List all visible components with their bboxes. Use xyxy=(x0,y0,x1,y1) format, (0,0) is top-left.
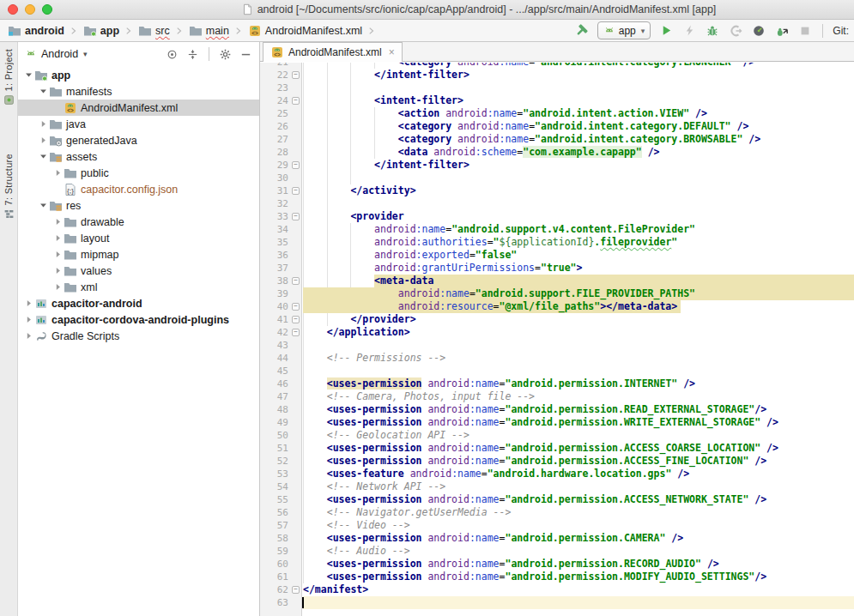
code-line-50[interactable]: <!-- Geolocation API -->50 xyxy=(260,429,854,442)
code-line-60[interactable]: <uses-permission android:name="android.p… xyxy=(260,558,854,571)
fold-marker-icon[interactable]: − xyxy=(292,71,300,79)
code-line-56[interactable]: <!-- Navigator.getUserMedia -->56 xyxy=(260,506,854,519)
collapsed-arrow-icon[interactable] xyxy=(23,331,34,341)
tree-row-res[interactable]: res xyxy=(18,197,259,214)
code-line-32[interactable]: 32 xyxy=(260,197,854,210)
code-line-62[interactable]: </manifest>62− xyxy=(260,583,854,596)
tree-row-public[interactable]: public xyxy=(18,165,259,181)
expanded-arrow-icon[interactable] xyxy=(38,201,49,210)
code-line-23[interactable]: 23 xyxy=(260,82,854,94)
fold-marker-icon[interactable]: − xyxy=(292,303,300,311)
code-line-59[interactable]: <!-- Audio -->59 xyxy=(260,545,854,558)
fold-marker-icon[interactable]: − xyxy=(292,97,300,105)
code-line-44[interactable]: <!-- Permissions -->44 xyxy=(260,352,854,365)
tree-row-xml[interactable]: xml xyxy=(18,279,259,295)
tree-row-capacitor-cordova-android-plugins[interactable]: capacitor-cordova-android-plugins xyxy=(18,311,259,328)
code-line-43[interactable]: 43 xyxy=(260,339,854,352)
zoom-window-button[interactable] xyxy=(42,4,52,15)
fold-marker-icon[interactable]: − xyxy=(292,213,300,220)
code-line-31[interactable]: </activity>31− xyxy=(260,184,854,197)
collapsed-arrow-icon[interactable] xyxy=(52,217,64,226)
code-line-58[interactable]: <uses-permission android:name="android.p… xyxy=(260,532,854,545)
code-line-37[interactable]: android:grantUriPermissions="true">37 xyxy=(260,262,854,275)
code-line-45[interactable]: 45 xyxy=(260,365,854,377)
tree-row-capacitor-android[interactable]: capacitor-android xyxy=(18,295,259,311)
code-line-47[interactable]: <!-- Camera, Photos, input file -->47 xyxy=(260,390,854,403)
gear-icon-button[interactable] xyxy=(219,48,232,61)
code-line-57[interactable]: <!-- Video -->57 xyxy=(260,519,854,532)
code-line-42[interactable]: </application>42− xyxy=(260,326,854,339)
code-line-40[interactable]: android:resource="@xml/file_paths"></met… xyxy=(260,300,854,313)
code-line-22[interactable]: </intent-filter>22− xyxy=(260,69,854,82)
code-line-28[interactable]: <data android:scheme="com.example.capapp… xyxy=(260,146,854,159)
minus-icon-button[interactable] xyxy=(239,48,252,61)
profile-button[interactable] xyxy=(751,23,766,39)
code-line-46[interactable]: <uses-permission android:name="android.p… xyxy=(260,377,854,390)
tree-row-assets[interactable]: assets xyxy=(18,148,259,165)
code-line-54[interactable]: <!-- Network API -->54 xyxy=(260,480,854,493)
code-line-41[interactable]: </provider>41− xyxy=(260,313,854,326)
code-line-39[interactable]: android:name="android.support.FILE_PROVI… xyxy=(260,287,854,300)
project-view-selector[interactable]: Android xyxy=(41,48,78,60)
code-line-29[interactable]: </intent-filter>29− xyxy=(260,159,854,172)
tree-row-mipmap[interactable]: mipmap xyxy=(18,246,259,263)
minimize-window-button[interactable] xyxy=(25,4,35,15)
breadcrumb-item-app[interactable]: app xyxy=(82,23,121,39)
tree-row-manifests[interactable]: manifests xyxy=(18,83,259,100)
code-line-52[interactable]: <uses-permission android:name="android.p… xyxy=(260,455,854,468)
collapsed-arrow-icon[interactable] xyxy=(38,119,49,129)
tree-row-drawable[interactable]: drawable xyxy=(18,214,259,230)
editor-tab-androidmanifest[interactable]: <> AndroidManifest.xml × xyxy=(263,42,403,62)
run-button[interactable] xyxy=(658,23,674,39)
code-line-53[interactable]: <uses-feature android:name="android.hard… xyxy=(260,468,854,480)
collapsed-arrow-icon[interactable] xyxy=(23,299,34,308)
code-line-25[interactable]: <action android:name="android.intent.act… xyxy=(260,107,854,120)
tree-row-java[interactable]: java xyxy=(18,116,259,132)
breadcrumb-item-android[interactable]: android xyxy=(6,23,66,39)
code-line-38[interactable]: <meta-data38− xyxy=(260,275,854,287)
code-editor[interactable]: <category android:name="android.intent.c… xyxy=(260,63,854,616)
tree-row-gradle-scripts[interactable]: Gradle Scripts xyxy=(18,328,259,344)
collapsed-arrow-icon[interactable] xyxy=(52,233,64,243)
code-line-51[interactable]: <uses-permission android:name="android.p… xyxy=(260,442,854,455)
code-line-30[interactable]: 30 xyxy=(260,172,854,184)
expanded-arrow-icon[interactable] xyxy=(23,70,34,80)
code-line-48[interactable]: <uses-permission android:name="android.p… xyxy=(260,403,854,416)
git-status-label[interactable]: Git: xyxy=(833,25,849,37)
tree-row-values[interactable]: values xyxy=(18,263,259,279)
code-line-35[interactable]: android:authorities="${applicationId}.fi… xyxy=(260,236,854,249)
collapsed-arrow-icon[interactable] xyxy=(38,136,49,145)
fold-marker-icon[interactable]: − xyxy=(292,586,300,594)
code-line-36[interactable]: android:exported="false"36 xyxy=(260,249,854,262)
code-line-33[interactable]: <provider33− xyxy=(260,210,854,223)
code-line-34[interactable]: android:name="android.support.v4.content… xyxy=(260,223,854,236)
debug-button[interactable] xyxy=(705,23,720,39)
fold-marker-icon[interactable]: − xyxy=(292,187,300,195)
breadcrumb-item-androidmanifest-xml[interactable]: <>AndroidManifest.xml xyxy=(246,23,364,39)
expanded-arrow-icon[interactable] xyxy=(38,87,49,96)
code-line-26[interactable]: <category android:name="android.intent.c… xyxy=(260,120,854,133)
tree-row-androidmanifest-xml[interactable]: <>AndroidManifest.xml xyxy=(18,100,259,116)
close-tab-icon[interactable]: × xyxy=(389,46,395,58)
fold-marker-icon[interactable]: − xyxy=(292,161,300,169)
tree-row-app[interactable]: app xyxy=(18,67,259,83)
fold-marker-icon[interactable]: − xyxy=(292,316,300,323)
fold-marker-icon[interactable]: − xyxy=(292,329,300,336)
tree-row-generatedjava[interactable]: generatedJava xyxy=(18,132,259,148)
tool-window-button-structure[interactable]: 7: Structure xyxy=(0,154,17,220)
collapsed-arrow-icon[interactable] xyxy=(52,282,64,292)
run-configuration-selector[interactable]: app ▾ xyxy=(597,21,651,39)
attach-debugger-button[interactable] xyxy=(774,23,790,39)
code-line-61[interactable]: <uses-permission android:name="android.p… xyxy=(260,571,854,583)
code-line-27[interactable]: <category android:name="android.intent.c… xyxy=(260,133,854,146)
breadcrumb-item-main[interactable]: main xyxy=(187,23,231,39)
fold-marker-icon[interactable]: − xyxy=(292,277,300,285)
tree-row-layout[interactable]: layout xyxy=(18,230,259,246)
close-window-button[interactable] xyxy=(8,4,18,15)
collapse-icon-button[interactable] xyxy=(186,48,199,61)
code-line-49[interactable]: <uses-permission android:name="android.p… xyxy=(260,416,854,429)
collapsed-arrow-icon[interactable] xyxy=(23,315,34,324)
expanded-arrow-icon[interactable] xyxy=(38,152,49,161)
code-line-21[interactable]: <category android:name="android.intent.c… xyxy=(260,63,854,69)
code-line-55[interactable]: <uses-permission android:name="android.p… xyxy=(260,493,854,506)
